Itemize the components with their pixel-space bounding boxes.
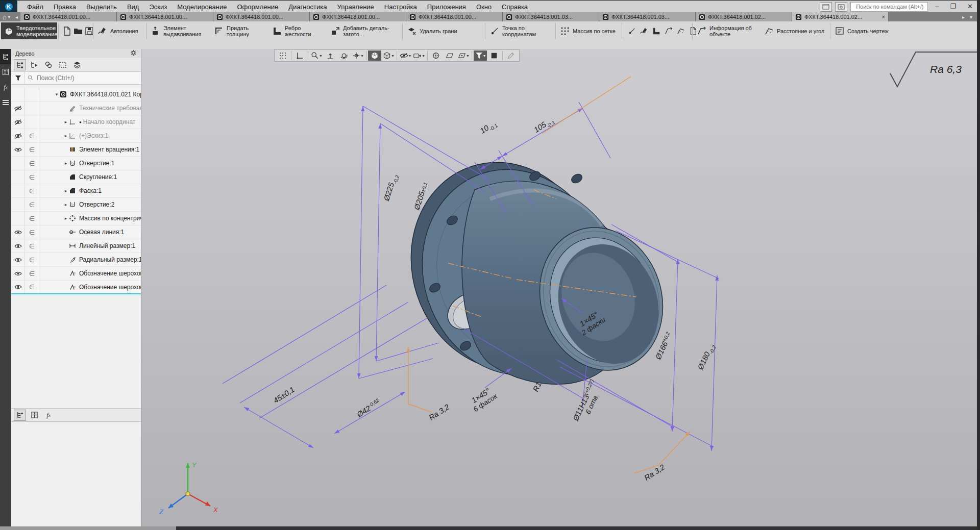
model-viewport[interactable]: Y X Z ▾ ▾ ▾ ▾ ▾ ▾ ▾ Ra 6,3 10-0,1105-0,1… — [141, 49, 977, 526]
orbit-icon[interactable] — [337, 51, 351, 61]
tree-row-8[interactable]: ∈▸Отверстие:2 — [11, 198, 141, 212]
document-tab-4[interactable]: ФХКТ.364418.001.00... — [310, 12, 406, 21]
visibility-on-icon[interactable] — [11, 225, 25, 239]
tree-row-13[interactable]: ∈Обозначение шероховатости:1 — [11, 267, 141, 281]
selection-area-icon[interactable] — [57, 59, 69, 70]
menu-Оформление[interactable]: Оформление — [232, 2, 283, 12]
tree-composition-icon[interactable] — [28, 59, 40, 70]
visibility-on-icon[interactable] — [11, 253, 25, 266]
ribbon-button-3[interactable]: Ребро жесткости — [271, 23, 327, 39]
tree-row-12[interactable]: ∈Радиальный размер:1 — [11, 253, 141, 267]
minimize-button[interactable]: – — [931, 1, 943, 12]
tree-row-14[interactable]: ∈Обозначение шероховатости:2 — [11, 281, 141, 294]
display-mode-icon[interactable]: ▾ — [382, 51, 395, 61]
tree-row-4[interactable]: ∈Элемент вращения:1 — [11, 143, 141, 157]
expand-closed-icon[interactable]: ▸ — [63, 188, 69, 193]
expand-closed-icon[interactable]: ▸ — [63, 202, 69, 207]
part-body[interactable] — [384, 138, 681, 399]
expand-open-icon[interactable]: ▾ — [54, 92, 60, 97]
menu-Настройка[interactable]: Настройка — [380, 2, 422, 12]
visibility-off-icon[interactable] — [11, 115, 25, 129]
tab-list-icon[interactable]: ▾ — [967, 12, 975, 21]
tree-row-3[interactable]: ∈▸(+)Эскиз:1 — [11, 129, 141, 143]
expand-closed-icon[interactable]: ▸ — [63, 161, 69, 166]
tab-close-icon[interactable]: × — [881, 14, 885, 20]
home-tab-button[interactable]: ⌂▾ — [0, 12, 13, 21]
new-document-button[interactable] — [60, 23, 71, 39]
command-search-input[interactable] — [855, 3, 929, 10]
restore-button[interactable]: ❐ — [946, 1, 960, 12]
window-layout-icon[interactable] — [820, 2, 832, 12]
menu-Справка[interactable]: Справка — [497, 2, 532, 12]
table-view-icon[interactable] — [28, 410, 40, 421]
filter-funnel-icon[interactable] — [11, 72, 25, 84]
tree-search-input[interactable] — [36, 74, 141, 82]
ribbon-button-5[interactable]: Удалить грани — [405, 23, 473, 39]
ribbon-button-4[interactable]: Добавить деталь-загото... — [329, 23, 401, 39]
workplane-icon[interactable]: ▾ — [457, 51, 470, 61]
scroll-tabs-right-icon[interactable]: ▸ — [960, 12, 967, 21]
selection-filter-icon[interactable]: ▾ — [474, 51, 487, 61]
visibility-off-icon[interactable] — [11, 102, 25, 115]
ribbon-button-2[interactable]: Придать толщину — [212, 23, 268, 39]
view-shaded-icon[interactable] — [368, 51, 381, 61]
tree-structure-icon[interactable] — [14, 59, 26, 70]
visibility-on-icon[interactable] — [11, 267, 25, 280]
ribbon-button-8[interactable]: Информация об объекте — [695, 23, 761, 39]
visibility-on-icon[interactable] — [11, 281, 25, 293]
ribbon-tool-icon-1[interactable] — [638, 23, 649, 39]
parameters-panel-icon[interactable] — [0, 64, 11, 80]
variables-view-icon[interactable]: fx — [42, 410, 55, 421]
command-search[interactable] — [850, 2, 928, 12]
document-tab-6[interactable]: ФХКТ.364418.001.03... — [503, 12, 599, 21]
panel-menu-icon[interactable] — [0, 95, 11, 110]
menu-Управление[interactable]: Управление — [333, 2, 379, 12]
tree-row-1[interactable]: Технические требования — [11, 102, 141, 115]
tree-view-icon[interactable] — [14, 410, 26, 421]
expand-closed-icon[interactable]: ▸ — [63, 216, 69, 221]
ribbon-tool-icon-2[interactable] — [650, 23, 662, 39]
scene-camera-icon[interactable]: ▾ — [412, 51, 426, 61]
menu-Окно[interactable]: Окно — [472, 2, 496, 12]
ribbon-tool-icon-5[interactable] — [687, 23, 698, 39]
zoom-tool-icon[interactable]: ▾ — [310, 51, 323, 61]
view-orient-icon[interactable]: ▾ — [351, 51, 364, 61]
layers-icon[interactable] — [71, 59, 83, 70]
local-csys-icon[interactable] — [293, 51, 306, 61]
visibility-on-icon[interactable] — [11, 143, 25, 156]
ribbon-tool-icon-4[interactable] — [675, 23, 686, 39]
tree-row-9[interactable]: ∈▸Массив по концентрической сетке:1 — [11, 212, 141, 225]
tree-relations-icon[interactable] — [42, 59, 55, 70]
workspace-settings-icon[interactable] — [835, 2, 847, 12]
menu-Вид[interactable]: Вид — [122, 2, 144, 12]
menu-Эскиз[interactable]: Эскиз — [144, 2, 172, 12]
ribbon-button-6[interactable]: Точка по координатам — [488, 23, 554, 39]
document-tab-8[interactable]: ФХКТ.364418.001.02... — [696, 12, 792, 21]
menu-Выделить[interactable]: Выделить — [82, 2, 121, 12]
tree-row-2[interactable]: ▸●Начало координат — [11, 115, 141, 129]
tree-row-5[interactable]: ∈▸Отверстие:1 — [11, 157, 141, 170]
tree-row-11[interactable]: ∈Линейный размер:1 — [11, 239, 141, 253]
expand-closed-icon[interactable]: ▸ — [63, 133, 69, 138]
menu-Приложения[interactable]: Приложения — [423, 2, 471, 12]
visibility-on-icon[interactable] — [11, 239, 25, 253]
document-tab-7[interactable]: ФХКТ.364418.001.03... — [599, 12, 696, 21]
ribbon-button-0[interactable]: Автолиния — [96, 23, 144, 39]
document-tab-3[interactable]: ФХКТ.364418.001.00... — [213, 12, 310, 21]
hide-objects-icon[interactable]: ▾ — [399, 51, 412, 61]
tree-panel-icon[interactable] — [0, 49, 11, 64]
tree-row-7[interactable]: ∈▸Фаска:1 — [11, 184, 141, 198]
tree-row-root[interactable]: ▾ФХКТ.364418.001.021 Корпус (Тел-1) — [11, 88, 141, 102]
clip-plane-icon[interactable] — [443, 51, 456, 61]
ribbon-tool-icon-0[interactable] — [626, 23, 637, 39]
selection-box-icon[interactable] — [487, 51, 501, 61]
app-icon[interactable]: K — [0, 1, 17, 13]
expand-closed-icon[interactable]: ▸ — [63, 119, 69, 124]
visibility-off-icon[interactable] — [11, 129, 25, 142]
ribbon-button-10[interactable]: Создать чертеж — [833, 23, 900, 39]
scroll-tabs-left-icon[interactable]: ◂ — [13, 12, 20, 21]
document-tab-2[interactable]: ФХКТ.364418.001.00... — [117, 12, 213, 21]
tree-row-10[interactable]: ∈Осевая линия:1 — [11, 225, 141, 239]
document-tab-5[interactable]: ФХКТ.364418.001.00... — [406, 12, 503, 21]
document-tab-9[interactable]: ФХКТ.364418.001.02...× — [792, 12, 889, 21]
